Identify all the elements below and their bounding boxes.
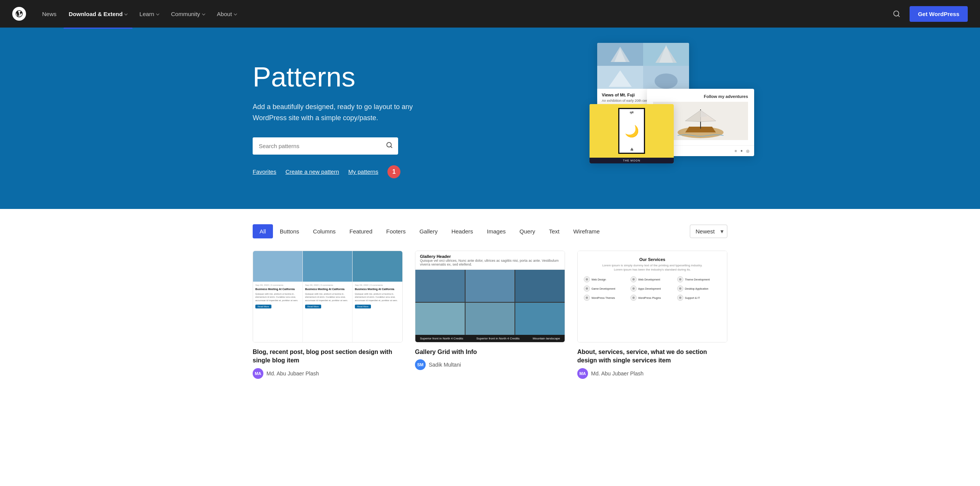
tab-query[interactable]: Query [513, 224, 542, 238]
nav-links: News Download & Extend Learn Community A… [37, 8, 890, 20]
my-patterns-link[interactable]: My patterns [348, 168, 378, 175]
author-avatar-services: MA [577, 368, 588, 379]
pattern-card-gallery[interactable]: Glallery Header Quisque vel orci ultrice… [415, 251, 565, 379]
tab-featured[interactable]: Featured [343, 224, 379, 238]
search-icon-button[interactable] [890, 7, 903, 21]
nav-label-learn: Learn [139, 11, 154, 17]
pattern-title-blog: Blog, recent post, blog post section des… [253, 348, 403, 365]
nav-label-news: News [42, 11, 57, 17]
sort-select[interactable]: Newest Oldest Popular [690, 225, 727, 238]
tarot-label: THE MOON [623, 159, 640, 162]
search-button[interactable] [381, 138, 398, 154]
tab-columns[interactable]: Columns [306, 224, 343, 238]
navbar-right: Get WordPress [890, 6, 968, 22]
pattern-author-blog: MA Md. Abu Jubaer Plash [253, 368, 403, 379]
nav-label-about: About [217, 11, 232, 17]
pattern-author-gallery: SM Sadik Multani [415, 359, 565, 370]
hero-images: Views of Mt. Fuji An exhibition of early… [567, 43, 758, 188]
ship-social-2: ✦ [740, 149, 743, 153]
nav-item-community[interactable]: Community [166, 8, 210, 20]
notification-badge: 1 [387, 165, 400, 178]
tab-text[interactable]: Text [542, 224, 567, 238]
tab-headers[interactable]: Headers [444, 224, 480, 238]
author-name-blog: Md. Abu Jubaer Plash [266, 370, 319, 377]
wordpress-logo[interactable] [12, 7, 26, 21]
chevron-down-icon [124, 12, 127, 15]
sort-dropdown-wrapper: Newest Oldest Popular [690, 225, 727, 238]
nav-label-community: Community [171, 11, 200, 17]
favorites-link[interactable]: Favorites [253, 168, 276, 175]
tab-footers[interactable]: Footers [379, 224, 413, 238]
nav-label-download: Download & Extend [69, 11, 123, 17]
navbar: News Download & Extend Learn Community A… [0, 0, 980, 28]
search-input[interactable] [253, 137, 381, 155]
filter-bar: All Buttons Columns Featured Footers Gal… [253, 224, 727, 238]
svg-line-3 [390, 146, 392, 147]
tab-gallery[interactable]: Gallery [413, 224, 445, 238]
create-pattern-link[interactable]: Create a new pattern [286, 168, 339, 175]
pattern-thumb-gallery: Glallery Header Quisque vel orci ultrice… [415, 251, 565, 342]
pattern-grid: Sep 09, 2022 | 0 comments Business Meeti… [253, 251, 727, 379]
page-title: Patterns [253, 62, 459, 92]
chevron-down-icon [234, 12, 237, 15]
pattern-card-blog[interactable]: Sep 09, 2022 | 0 comments Business Meeti… [253, 251, 403, 379]
pattern-card-services[interactable]: Our Services Lorem ipsum is simply dummy… [577, 251, 727, 379]
tab-images[interactable]: Images [480, 224, 513, 238]
ship-card-title: Follow my adventures [653, 94, 748, 99]
pattern-thumb-services: Our Services Lorem ipsum is simply dummy… [577, 251, 727, 342]
author-avatar-blog: MA [253, 368, 263, 379]
category-tabs: All Buttons Columns Featured Footers Gal… [253, 224, 607, 238]
hero-section: Patterns Add a beautifully designed, rea… [0, 28, 980, 209]
chevron-down-icon [202, 12, 205, 15]
hero-text: Patterns Add a beautifully designed, rea… [253, 51, 459, 178]
svg-line-1 [898, 15, 900, 17]
pattern-title-services: About, services, service, what we do sec… [577, 348, 727, 365]
chevron-down-icon [156, 12, 159, 15]
pattern-thumb-blog: Sep 09, 2022 | 0 comments Business Meeti… [253, 251, 403, 342]
pattern-title-gallery: Gallery Grid with Info [415, 348, 565, 356]
main-content: All Buttons Columns Featured Footers Gal… [222, 209, 758, 394]
svg-point-13 [655, 73, 678, 89]
nav-item-learn[interactable]: Learn [134, 8, 164, 20]
tab-all[interactable]: All [253, 224, 273, 238]
ship-social-3: ◎ [746, 149, 750, 153]
hero-links: Favorites Create a new pattern My patter… [253, 165, 459, 178]
tarot-figure-icon: 🌙 [625, 124, 639, 138]
pattern-author-services: MA Md. Abu Jubaer Plash [577, 368, 727, 379]
tab-wireframe[interactable]: Wireframe [566, 224, 606, 238]
hero-description: Add a beautifully designed, ready to go … [253, 101, 421, 124]
nav-item-download[interactable]: Download & Extend [64, 8, 133, 20]
search-bar [253, 137, 398, 155]
author-name-gallery: Sadik Multani [429, 362, 461, 368]
author-name-services: Md. Abu Jubaer Plash [591, 370, 644, 377]
get-wordpress-button[interactable]: Get WordPress [910, 6, 968, 22]
author-avatar-gallery: SM [415, 359, 426, 370]
nav-item-news[interactable]: News [37, 8, 62, 20]
tab-buttons[interactable]: Buttons [273, 224, 306, 238]
nav-item-about[interactable]: About [212, 8, 242, 20]
preview-card-tarot: ŋII 🌙 ⁂ THE MOON [590, 104, 674, 163]
ship-social-1: ≡ [735, 149, 737, 153]
